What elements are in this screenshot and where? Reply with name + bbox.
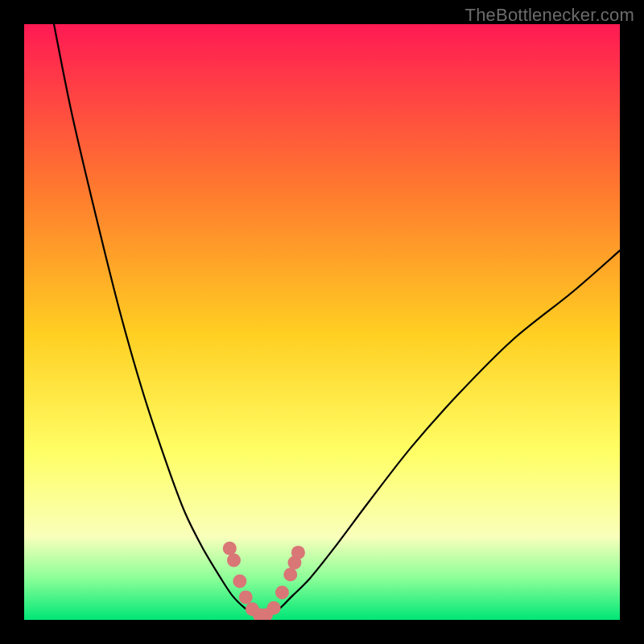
- highlight-dot: [283, 568, 297, 581]
- chart-frame: TheBottlenecker.com: [0, 0, 644, 644]
- highlight-dot: [227, 554, 241, 568]
- highlight-dot: [233, 574, 246, 588]
- highlight-dot: [223, 542, 237, 555]
- highlight-dot: [239, 590, 253, 604]
- bottleneck-curve-chart: [24, 24, 620, 620]
- plot-area: [24, 24, 620, 620]
- gradient-background: [24, 24, 620, 620]
- watermark-text: TheBottlenecker.com: [465, 5, 634, 26]
- highlight-dot: [291, 546, 305, 559]
- highlight-dot: [275, 585, 289, 599]
- highlight-dot: [267, 601, 281, 615]
